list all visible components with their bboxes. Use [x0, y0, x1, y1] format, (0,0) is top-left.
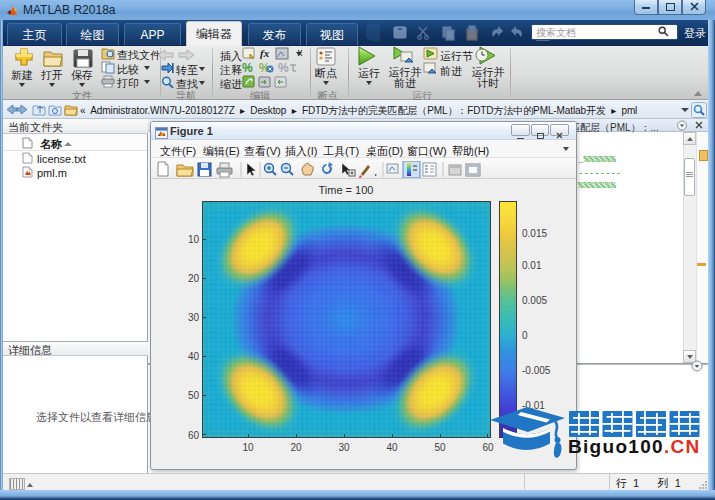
- svg-text:%: %: [278, 61, 289, 74]
- svg-text:%: %: [242, 61, 253, 74]
- svg-text:fx: fx: [260, 47, 270, 59]
